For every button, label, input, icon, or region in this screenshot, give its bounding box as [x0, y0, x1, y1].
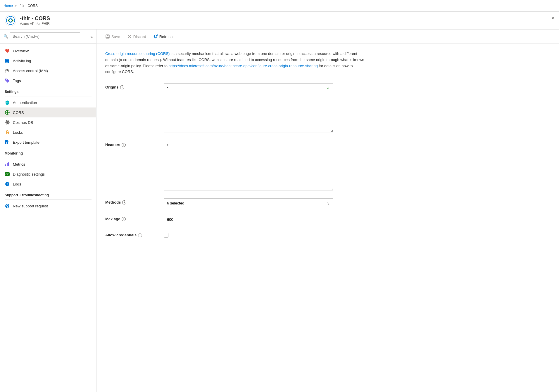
svg-rect-16: [7, 133, 8, 134]
maxage-field: [164, 215, 550, 224]
save-button[interactable]: Save: [102, 32, 123, 41]
origins-valid-icon: ✓: [327, 86, 330, 90]
app-icon: [5, 15, 16, 26]
svg-point-27: [7, 207, 8, 208]
toolbar: Save Discard Refresh: [96, 30, 559, 44]
headers-info-icon: i: [122, 143, 126, 147]
methods-field: 6 selected: [164, 198, 550, 208]
activity-log-icon: [5, 58, 10, 63]
close-button[interactable]: ×: [551, 15, 554, 21]
sidebar-item-logs-label: Logs: [13, 182, 21, 186]
cosmos-icon: [5, 120, 10, 125]
sidebar-item-iam[interactable]: Access control (IAM): [0, 66, 96, 76]
main-layout: 🔍 « Overview Activity log: [0, 30, 559, 392]
sidebar-item-locks-label: Locks: [13, 130, 23, 135]
sidebar-item-diagnostic[interactable]: Diagnostic settings: [0, 169, 96, 179]
methods-select[interactable]: 6 selected: [164, 198, 333, 208]
svg-rect-4: [6, 61, 9, 61]
allow-credentials-row: Allow credentials i: [105, 231, 550, 238]
sidebar-item-activity-log[interactable]: Activity log: [0, 56, 96, 66]
diagnostic-icon: [5, 171, 10, 177]
sidebar-item-tags-label: Tags: [13, 79, 21, 83]
maxage-input[interactable]: [164, 215, 333, 224]
refresh-icon: [153, 34, 158, 39]
metrics-icon: [5, 162, 10, 167]
refresh-button[interactable]: Refresh: [150, 32, 176, 41]
collapse-sidebar-button[interactable]: «: [90, 34, 93, 39]
settings-section-label: Settings: [0, 86, 96, 95]
headers-textarea[interactable]: [164, 141, 333, 190]
sidebar-item-metrics-label: Metrics: [13, 162, 25, 166]
logs-icon: ℓ: [5, 181, 10, 187]
app-header: -fhir - CORS Azure API for FHIR ×: [0, 12, 559, 30]
origins-label: Origins i: [105, 83, 164, 89]
app-subtitle: Azure API for FHIR: [20, 22, 50, 26]
sidebar-item-export[interactable]: Export template: [0, 137, 96, 147]
headers-row: Headers i: [105, 141, 550, 191]
export-icon: [5, 140, 10, 145]
maxage-label: Max age i: [105, 215, 164, 221]
cors-definition-link[interactable]: Cross-origin resource sharing (CORS): [105, 51, 170, 56]
locks-icon: [5, 130, 10, 135]
headers-label: Headers i: [105, 141, 164, 147]
origins-textarea-wrapper: ✓: [164, 83, 333, 134]
svg-point-14: [7, 122, 8, 123]
tags-icon: [5, 78, 10, 83]
sidebar-item-iam-label: Access control (IAM): [13, 69, 48, 73]
sidebar-item-cors[interactable]: CORS: [0, 107, 96, 117]
save-label: Save: [111, 34, 120, 39]
breadcrumb-separator: >: [15, 4, 17, 8]
headers-field: [164, 141, 550, 191]
sidebar-item-cosmos-label: Cosmos DB: [13, 120, 33, 125]
search-input[interactable]: [10, 32, 80, 40]
svg-point-1: [9, 19, 12, 22]
sidebar-search-bar: 🔍 «: [0, 30, 96, 44]
cors-icon: [5, 110, 10, 115]
sidebar-item-overview-label: Overview: [13, 49, 29, 53]
heart-icon: [5, 48, 10, 53]
sidebar-item-metrics[interactable]: Metrics: [0, 159, 96, 169]
sidebar-item-tags[interactable]: Tags: [0, 76, 96, 86]
sidebar-item-locks[interactable]: Locks: [0, 127, 96, 137]
discard-button[interactable]: Discard: [124, 32, 149, 41]
search-icon: 🔍: [4, 34, 8, 39]
settings-divider: [5, 96, 92, 96]
methods-row: Methods i 6 selected: [105, 198, 550, 208]
monitoring-section-label: Monitoring: [0, 147, 96, 157]
app-title-block: -fhir - CORS Azure API for FHIR: [20, 15, 50, 26]
sidebar-item-overview[interactable]: Overview: [0, 46, 96, 56]
svg-point-8: [5, 70, 6, 71]
sidebar-nav: Overview Activity log Access control (IA…: [0, 44, 96, 213]
content-area: Save Discard Refresh Cross-origin resour…: [96, 30, 559, 392]
sidebar-item-newsupport[interactable]: New support request: [0, 201, 96, 211]
allow-credentials-field: [164, 231, 550, 238]
auth-icon: [5, 100, 10, 105]
refresh-label: Refresh: [159, 34, 173, 39]
allow-credentials-checkbox[interactable]: [164, 233, 168, 237]
maxage-info-icon: i: [122, 217, 126, 221]
breadcrumb-home-link[interactable]: Home: [4, 4, 13, 8]
sidebar-item-newsupport-label: New support request: [13, 204, 48, 208]
svg-rect-21: [7, 163, 8, 166]
origins-info-icon: i: [120, 85, 124, 89]
origins-textarea[interactable]: [164, 83, 333, 133]
methods-label: Methods i: [105, 198, 164, 204]
discard-label: Discard: [133, 34, 146, 39]
sidebar: 🔍 « Overview Activity log: [0, 30, 96, 392]
svg-text:ℓ: ℓ: [7, 183, 8, 186]
cors-description: Cross-origin resource sharing (CORS) is …: [105, 51, 368, 75]
sidebar-item-activity-log-label: Activity log: [13, 59, 31, 63]
sidebar-item-authentication[interactable]: Authentication: [0, 98, 96, 107]
app-title: -fhir - CORS: [20, 15, 50, 22]
svg-rect-5: [6, 62, 8, 63]
svg-rect-29: [107, 35, 108, 36]
content-body: Cross-origin resource sharing (CORS) is …: [96, 44, 559, 252]
sidebar-item-cosmos[interactable]: Cosmos DB: [0, 117, 96, 127]
newsupport-icon: [5, 203, 10, 209]
sidebar-item-cors-label: CORS: [13, 110, 24, 115]
cors-docs-link[interactable]: https://docs.microsoft.com/azure/healthc…: [169, 64, 318, 68]
iam-icon: [5, 68, 10, 73]
svg-point-9: [6, 79, 7, 80]
svg-point-7: [8, 70, 9, 71]
sidebar-item-logs[interactable]: ℓ Logs: [0, 179, 96, 189]
